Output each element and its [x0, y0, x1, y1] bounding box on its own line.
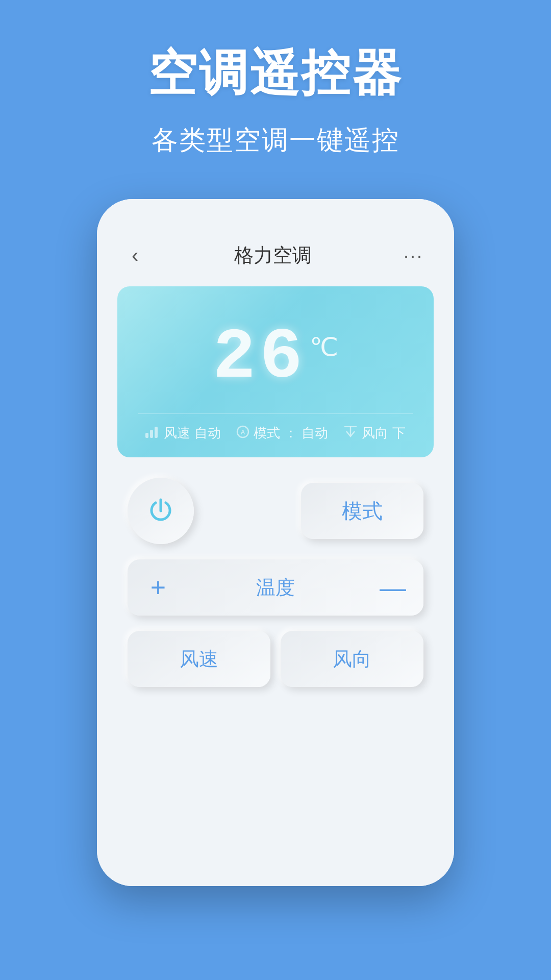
svg-rect-0 — [145, 433, 148, 438]
temp-plus-button[interactable]: + — [138, 567, 179, 608]
wind-speed-label: 风速 — [164, 424, 190, 442]
wind-button-row: 风速 风向 — [128, 631, 423, 687]
bottom-spacer — [117, 702, 434, 855]
temperature-display: 26 ℃ — [138, 307, 413, 413]
svg-text:A: A — [241, 429, 245, 436]
temperature-row: + 温度 — — [128, 559, 423, 616]
plus-icon: + — [151, 574, 166, 601]
header-section: 空调遥控器 各类型空调一键遥控 — [0, 0, 551, 158]
wind-dir-icon — [343, 426, 358, 440]
svg-rect-1 — [150, 430, 153, 438]
back-button[interactable]: ‹ — [128, 240, 142, 271]
nav-title: 格力空调 — [234, 242, 312, 268]
mode-label: 模式 — [254, 424, 280, 442]
wind-speed-value: 自动 — [194, 424, 221, 442]
app-subtitle: 各类型空调一键遥控 — [152, 122, 399, 158]
minus-icon: — — [380, 574, 406, 601]
wind-speed-info: 风速 自动 — [145, 424, 221, 442]
mode-info: A 模式：自动 — [236, 424, 328, 442]
more-button[interactable]: ··· — [404, 245, 423, 266]
wind-dir-value: 下 — [392, 424, 406, 442]
mode-button-label: 模式 — [342, 497, 383, 525]
temperature-value: 26 — [213, 317, 307, 398]
temperature-unit: ℃ — [310, 332, 338, 362]
status-bar — [117, 209, 434, 230]
controls-area: 模式 + 温度 — 风速 风向 — [117, 478, 434, 855]
wind-direction-button[interactable]: 风向 — [281, 631, 423, 687]
wind-dir-info: 风向 下 — [343, 424, 406, 442]
wind-speed-button-label: 风速 — [180, 646, 218, 672]
wind-speed-icon — [145, 426, 160, 441]
mode-button[interactable]: 模式 — [301, 483, 423, 539]
mode-value: 自动 — [302, 424, 328, 442]
phone-screen: ‹ 格力空调 ··· 26 ℃ — [97, 199, 454, 886]
app-title: 空调遥控器 — [148, 41, 403, 107]
svg-rect-2 — [155, 427, 158, 438]
power-button[interactable] — [128, 478, 194, 544]
wind-speed-button[interactable]: 风速 — [128, 631, 270, 687]
temp-minus-button[interactable]: — — [372, 567, 413, 608]
top-button-row: 模式 — [117, 478, 434, 544]
lcd-display: 26 ℃ 风速 自动 — [117, 286, 434, 457]
wind-direction-button-label: 风向 — [333, 646, 371, 672]
wind-dir-label: 风向 — [362, 424, 388, 442]
nav-bar: ‹ 格力空调 ··· — [117, 230, 434, 286]
phone-mockup: ‹ 格力空调 ··· 26 ℃ — [97, 199, 454, 886]
lcd-info-row: 风速 自动 A 模式：自动 — [138, 413, 413, 442]
temperature-label: 温度 — [256, 575, 295, 601]
mode-icon: A — [236, 425, 249, 442]
